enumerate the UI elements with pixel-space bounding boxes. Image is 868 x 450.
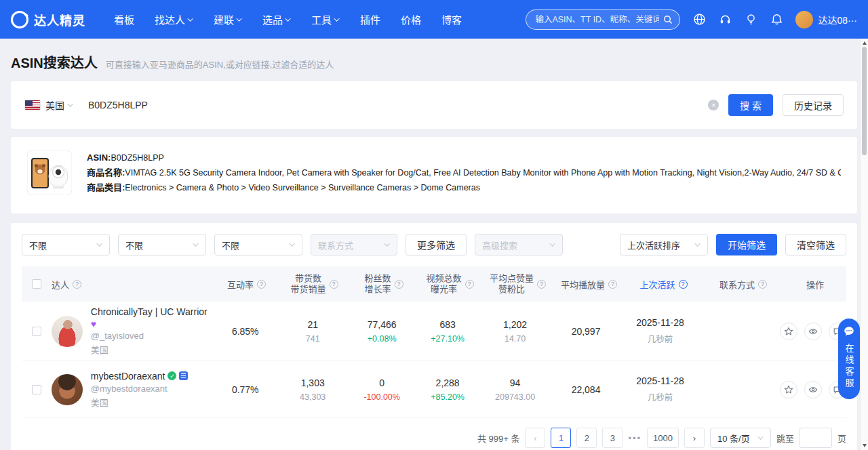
next-page-button[interactable]: ›	[684, 428, 705, 448]
chevron-down-icon	[285, 16, 290, 21]
nav-item-tools[interactable]: 工具	[311, 12, 340, 26]
user-menu[interactable]: 达达08···	[795, 11, 857, 28]
pagination: 共 999+ 条 ‹ 1 2 3 ••• 1000 › 10 条/页 跳至 页	[22, 428, 846, 448]
nav-item-find-influencers[interactable]: 找达人	[155, 12, 193, 26]
search-button[interactable]: 搜 索	[728, 94, 773, 116]
info-icon[interactable]: ?	[608, 280, 617, 289]
col-videos: 视频总数曝光率?	[418, 273, 482, 295]
search-icon[interactable]	[663, 14, 673, 25]
chevron-down-icon	[757, 434, 763, 439]
info-icon[interactable]: ?	[537, 280, 546, 289]
table-row: ChronicallyTay | UC Warrior ♥ @_tayislov…	[22, 302, 846, 361]
influencer-cell: mybestDoraexant✓ @mybestdoraexant 美国	[52, 371, 214, 409]
scroll-up-arrow[interactable]	[863, 41, 867, 45]
nav-item-pricing[interactable]: 价格	[401, 12, 421, 26]
country-select[interactable]: 美国	[24, 98, 79, 112]
advanced-search-select[interactable]: 高级搜索	[475, 234, 563, 255]
more-filters-button[interactable]: 更多筛选	[406, 234, 467, 255]
influencer-handle[interactable]: @mybestdoraexant	[91, 384, 167, 394]
like-fan-ratio: 209743.00	[495, 392, 535, 402]
scrollbar-thumb[interactable]	[862, 47, 867, 155]
engagement-value: 0.77%	[232, 384, 259, 395]
nav-item-product-selection[interactable]: 选品	[262, 12, 291, 26]
favorite-button[interactable]	[780, 381, 797, 398]
product-image[interactable]	[27, 150, 72, 195]
clear-input-icon[interactable]: ×	[708, 100, 719, 110]
influencer-avatar[interactable]	[52, 374, 83, 405]
engagement-value: 6.85%	[232, 326, 259, 337]
info-icon[interactable]: ?	[257, 280, 266, 289]
info-icon[interactable]: ?	[758, 280, 767, 289]
product-category: Electronics > Camera & Photo > Video Sur…	[125, 183, 480, 192]
avg-plays: 22,084	[572, 384, 601, 395]
page-button-3[interactable]: 3	[602, 428, 623, 448]
favorite-button[interactable]	[780, 323, 797, 340]
results-card: 不限 不限 不限 联系方式 更多筛选 高级搜索 上次活跃排序 开始筛选 清空筛选…	[11, 223, 857, 450]
info-icon[interactable]: ?	[465, 280, 474, 289]
page-button-1[interactable]: 1	[551, 428, 571, 448]
nav-item-plugin[interactable]: 插件	[360, 12, 380, 26]
asin-search-card: 美国 × 搜 索 历史记录	[11, 81, 857, 129]
info-icon[interactable]: ?	[330, 280, 338, 289]
jump-page-input[interactable]	[800, 428, 832, 448]
clear-filters-button[interactable]: 清空筛选	[785, 234, 846, 255]
page-size-select[interactable]: 10 条/页	[710, 428, 771, 448]
last-active-date: 2025-11-28	[636, 317, 684, 328]
navbar-right: 达达08···	[526, 9, 857, 30]
nav-item-outreach[interactable]: 建联	[214, 12, 242, 26]
contact-filter-select[interactable]: 联系方式	[311, 234, 397, 255]
chevron-down-icon	[694, 241, 700, 246]
nav-item-dashboard[interactable]: 看板	[114, 12, 134, 26]
view-button[interactable]	[804, 381, 822, 398]
chevron-down-icon	[384, 241, 389, 246]
chevron-down-icon	[187, 16, 193, 21]
info-icon[interactable]: ?	[395, 280, 403, 289]
view-button[interactable]	[804, 323, 822, 340]
sort-select[interactable]: 上次活跃排序	[620, 234, 708, 255]
user-name: 达达08···	[818, 13, 857, 26]
headset-icon[interactable]	[718, 13, 732, 26]
videos-count: 683	[439, 319, 455, 330]
brand[interactable]: 达人精灵	[11, 11, 85, 28]
page-scrollbar[interactable]	[860, 39, 868, 450]
info-icon[interactable]: ?	[679, 280, 688, 289]
select-all-checkbox[interactable]	[32, 279, 41, 289]
col-avg-plays: 平均播放量?	[553, 278, 625, 291]
history-button[interactable]: 历史记录	[783, 94, 844, 116]
chevron-down-icon	[236, 16, 241, 21]
bell-icon[interactable]	[770, 13, 783, 26]
followers-count: 0	[379, 377, 384, 388]
influencer-name: ChronicallyTay | UC Warrior	[91, 306, 208, 317]
user-avatar	[795, 11, 813, 28]
chat-bubble-icon	[843, 325, 855, 338]
row-checkbox[interactable]	[32, 327, 41, 336]
bulb-icon[interactable]	[744, 13, 757, 26]
filter-select-1[interactable]: 不限	[22, 234, 110, 255]
brand-logo-icon	[11, 11, 28, 28]
global-search-input[interactable]	[526, 9, 680, 30]
chevron-down-icon	[193, 241, 198, 246]
page-button-last[interactable]: 1000	[647, 428, 679, 448]
influencer-handle[interactable]: @_tayisloved	[91, 331, 144, 341]
filter-select-2[interactable]: 不限	[118, 234, 206, 255]
chevron-down-icon	[549, 241, 555, 246]
filter-select-3[interactable]: 不限	[214, 234, 302, 255]
globe-icon[interactable]	[692, 13, 706, 26]
online-support-widget[interactable]: 在线客服	[838, 319, 860, 399]
nav-item-blog[interactable]: 博客	[441, 12, 462, 26]
row-checkbox[interactable]	[32, 385, 41, 394]
info-icon[interactable]: ?	[73, 280, 81, 289]
asin-input[interactable]	[88, 93, 698, 117]
apply-filters-button[interactable]: 开始筛选	[716, 234, 777, 255]
chevron-down-icon	[96, 241, 102, 246]
support-label: 在线客服	[843, 344, 856, 390]
follower-growth: +0.08%	[368, 334, 397, 344]
influencer-avatar[interactable]	[52, 316, 83, 347]
page-button-2[interactable]: 2	[576, 428, 597, 448]
prev-page-button[interactable]: ‹	[525, 428, 545, 448]
avg-plays: 20,997	[572, 326, 601, 337]
scroll-down-arrow[interactable]	[863, 444, 867, 447]
col-last-active-sort[interactable]: 上次活跃?	[625, 278, 703, 291]
videos-count: 2,288	[436, 377, 460, 388]
jump-label: 跳至	[776, 432, 794, 445]
